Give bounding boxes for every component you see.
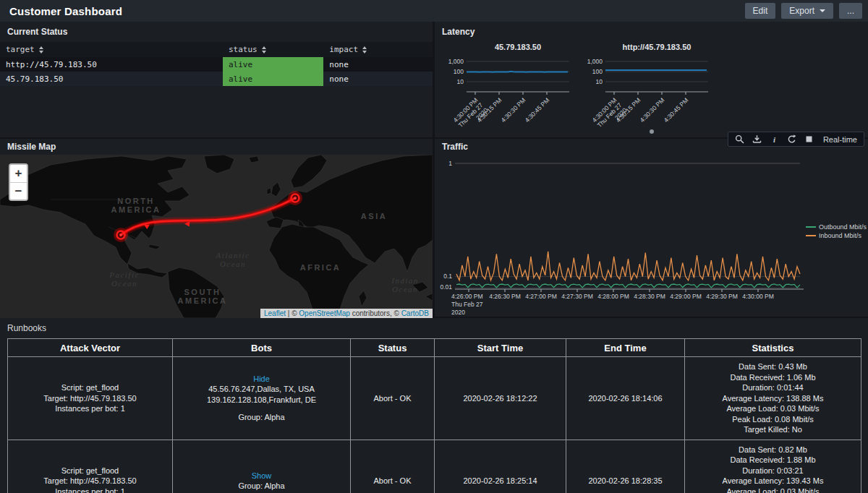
map-attribution: Leaflet | © OpenStreetMap contributors, … (260, 309, 433, 318)
continent-label-africa: AFRICA (300, 263, 341, 272)
svg-text:4:30:45 PM: 4:30:45 PM (524, 96, 551, 124)
status-cell: alive (223, 72, 323, 86)
bots-cell: Hide 45.56.76.247,Dallas, TX, USA 139.16… (173, 357, 351, 440)
legend-swatch (806, 226, 816, 228)
page-title: Customer Dashboard (6, 5, 122, 17)
gridlines (455, 163, 800, 288)
panel-current-status: Current Status target status impact http… (0, 22, 433, 137)
realtime-label[interactable]: Real-time (823, 135, 857, 144)
more-button[interactable]: ... (839, 3, 862, 19)
status-table-row: http://45.79.183.50 alive none (0, 57, 433, 72)
target-cell: 45.79.183.50 (0, 72, 223, 86)
start-time-cell: 2020-02-26 18:12:22 (435, 357, 566, 440)
column-header-status[interactable]: status (223, 42, 323, 57)
y-axis-tick: 100 (592, 68, 603, 75)
svg-text:AMERICA: AMERICA (178, 296, 228, 305)
column-header-attack-vector: Attack Vector (8, 339, 173, 357)
show-bots-link[interactable]: Show (176, 471, 347, 481)
cartodb-link[interactable]: CartoDB (401, 309, 429, 317)
panel-traffic: i Real-time Traffic 1 0.1 0.01 (435, 139, 868, 317)
runbooks-header-row: Attack Vector Bots Status Start Time End… (8, 339, 861, 357)
svg-text:4:28:00 PM: 4:28:00 PM (597, 293, 629, 300)
y-axis-tick: 1 (448, 160, 452, 167)
sort-icon (262, 46, 266, 53)
chart-title: http://45.79.183.50 (584, 43, 714, 51)
svg-text:Thu Feb 27: Thu Feb 27 (451, 301, 483, 308)
y-axis-tick: 100 (454, 68, 464, 75)
column-header-target[interactable]: target (0, 42, 223, 57)
x-axis (467, 92, 569, 95)
current-status-table: target status impact http://45.79.183.50… (0, 42, 433, 86)
column-header-impact[interactable]: impact (323, 42, 433, 57)
legend-inbound[interactable]: Inbound Mbit/s (806, 231, 867, 240)
statistics-cell: Data Sent: 0.82 Mb Data Received: 1.88 M… (685, 440, 861, 493)
legend-outbound[interactable]: Outbound Mbit/s (806, 223, 867, 231)
status-table-row: 45.79.183.50 alive none (0, 72, 433, 86)
hide-bots-link[interactable]: Hide (176, 374, 347, 385)
x-axis (455, 289, 804, 292)
svg-text:4:30:30 PM: 4:30:30 PM (500, 96, 527, 124)
dashboard-grid: Current Status target status impact http… (0, 22, 868, 493)
attack-target-marker (290, 193, 301, 204)
download-icon[interactable] (752, 134, 762, 144)
runbooks-title: Runbooks (0, 318, 868, 338)
page-indicator-dot[interactable] (650, 129, 654, 134)
latency-title: Latency (435, 22, 868, 42)
statistics-cell: Data Sent: 0.43 Mb Data Received: 1.06 M… (685, 357, 861, 440)
stop-icon[interactable] (804, 134, 814, 144)
traffic-plot: 1 0.1 0.01 4:26:00 PM Thu Feb 27 2020 (435, 155, 867, 318)
x-axis-labels: 4:26:00 PM Thu Feb 27 2020 4:26:30 PM 4:… (451, 293, 774, 316)
refresh-icon[interactable] (787, 134, 796, 144)
svg-text:4:30:45 PM: 4:30:45 PM (663, 96, 690, 124)
sort-icon (39, 46, 43, 53)
latency-plot-2: 1,000 100 10 4:30:00 PM Thu Feb 27 2020 … (584, 53, 714, 128)
svg-text:i: i (773, 135, 776, 144)
map-zoom-control: + − (9, 163, 28, 201)
runbook-row: Script: get_flood Target: http://45.79.1… (8, 440, 861, 493)
column-header-statistics: Statistics (685, 339, 861, 357)
world-map: NORTH AMERICA SOUTH AMERICA AFRICA ASIA … (0, 155, 433, 318)
legend-swatch (806, 235, 816, 236)
zoom-icon[interactable] (735, 134, 744, 144)
svg-text:Ocean: Ocean (220, 260, 246, 268)
svg-text:4:28:30 PM: 4:28:30 PM (634, 293, 665, 300)
column-header-start-time: Start Time (435, 339, 566, 357)
svg-text:4:29:30 PM: 4:29:30 PM (706, 293, 737, 300)
svg-text:4:29:00 PM: 4:29:00 PM (670, 293, 701, 300)
svg-text:Ocean: Ocean (111, 279, 137, 288)
chart-legend: Outbound Mbit/s Inbound Mbit/s (806, 223, 867, 240)
latency-charts: 45.79.183.50 1,000 100 10 (435, 42, 868, 131)
zoom-in-button[interactable]: + (10, 165, 27, 182)
inbound-line (456, 252, 800, 280)
missile-map-title: Missile Map (0, 139, 433, 155)
edit-button[interactable]: Edit (745, 3, 776, 19)
svg-text:2020: 2020 (451, 309, 465, 316)
sort-icon (362, 46, 367, 53)
chevron-down-icon (820, 9, 825, 12)
x-axis-labels: 4:30:00 PM Thu Feb 27 2020 4:30:15 PM 4:… (452, 96, 551, 128)
latency-chart-1: 45.79.183.50 1,000 100 10 (445, 42, 575, 131)
openstreetmap-link[interactable]: OpenStreetMap (299, 309, 350, 317)
runbook-row: Script: get_flood Target: http://45.79.1… (8, 357, 861, 440)
column-header-bots: Bots (173, 339, 351, 357)
runbooks-table: Attack Vector Bots Status Start Time End… (7, 338, 861, 493)
status-cell: Abort - OK (351, 357, 435, 440)
attack-source-marker (116, 230, 127, 241)
panel-missile-map: Missile Map (0, 139, 433, 317)
zoom-out-button[interactable]: − (10, 182, 27, 200)
impact-cell: none (323, 57, 433, 72)
column-header-end-time: End Time (566, 339, 685, 357)
bots-cell: Show Group: Alpha (173, 440, 351, 493)
info-icon[interactable]: i (770, 134, 779, 144)
land-iceland (249, 156, 259, 163)
panel-latency: Latency 45.79.183.50 1,000 100 10 (435, 22, 868, 137)
svg-text:Ocean: Ocean (392, 285, 418, 293)
chart-title: 45.79.183.50 (445, 43, 575, 51)
leaflet-link[interactable]: Leaflet (264, 309, 286, 317)
gridlines (605, 61, 708, 82)
export-button[interactable]: Export (781, 3, 833, 19)
ocean-label-atlantic: Atlantic (216, 251, 250, 260)
map-canvas[interactable]: NORTH AMERICA SOUTH AMERICA AFRICA ASIA … (0, 155, 433, 318)
impact-cell: none (323, 72, 433, 86)
traffic-chart: 1 0.1 0.01 4:26:00 PM Thu Feb 27 2020 (435, 155, 868, 318)
